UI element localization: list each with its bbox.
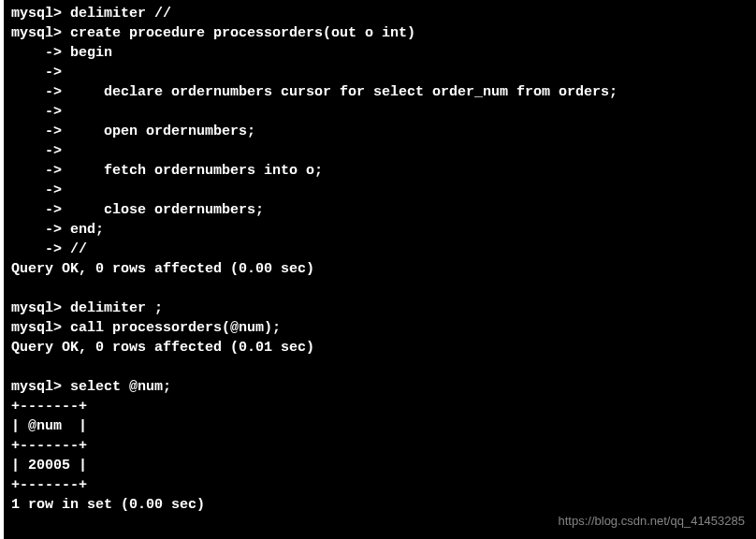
- terminal-line: -> begin: [11, 43, 749, 63]
- terminal-line: [11, 279, 749, 299]
- terminal-line: | 20005 |: [11, 456, 749, 475]
- terminal-line: mysql> create procedure processorders(ou…: [11, 23, 749, 43]
- terminal-line: ->: [11, 63, 749, 82]
- terminal-line: ->: [11, 181, 749, 200]
- watermark-text: https://blog.csdn.net/qq_41453285: [559, 513, 746, 530]
- terminal-line: mysql> call processorders(@num);: [11, 318, 749, 338]
- terminal-line: mysql> select @num;: [11, 377, 749, 397]
- terminal-line: mysql> delimiter ;: [11, 299, 749, 318]
- terminal-line: Query OK, 0 rows affected (0.01 sec): [11, 338, 749, 357]
- terminal-line: +-------+: [11, 475, 749, 495]
- terminal-line: +-------+: [11, 436, 749, 456]
- terminal-line: -> close ordernumbers;: [11, 200, 749, 220]
- terminal-line: mysql> delimiter //: [11, 4, 749, 23]
- terminal-line: -> //: [11, 240, 749, 259]
- terminal-line: -> fetch ordernumbers into o;: [11, 161, 749, 181]
- terminal-line: +-------+: [11, 397, 749, 416]
- terminal-line: -> open ordernumbers;: [11, 122, 749, 141]
- terminal-line: -> end;: [11, 220, 749, 240]
- terminal-output[interactable]: mysql> delimiter //mysql> create procedu…: [11, 4, 749, 515]
- terminal-line: ->: [11, 141, 749, 161]
- terminal-line: | @num |: [11, 416, 749, 436]
- terminal-line: [11, 357, 749, 377]
- terminal-line: Query OK, 0 rows affected (0.00 sec): [11, 259, 749, 279]
- terminal-line: -> declare ordernumbers cursor for selec…: [11, 82, 749, 102]
- terminal-line: ->: [11, 102, 749, 122]
